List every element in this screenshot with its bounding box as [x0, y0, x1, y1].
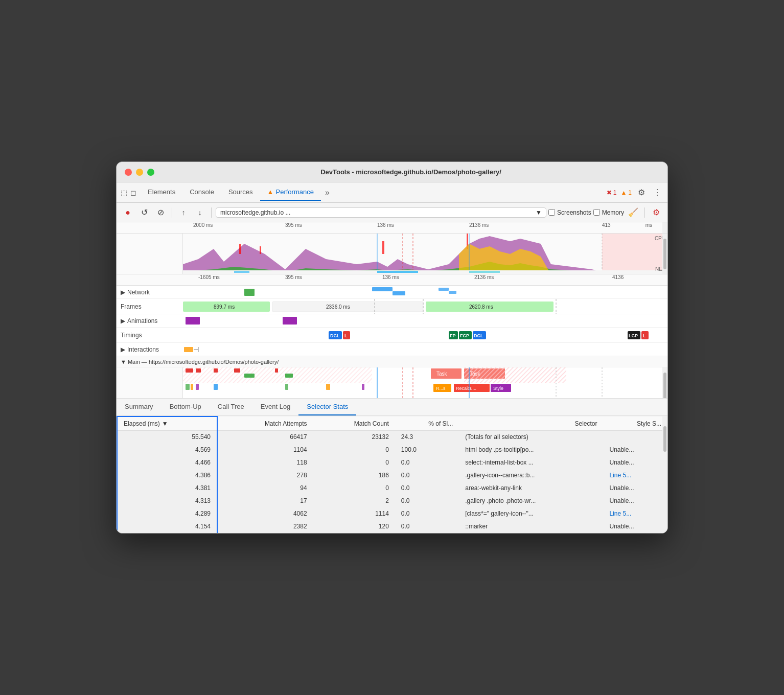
main-scroll-track[interactable]: [662, 367, 667, 398]
network-expand-icon[interactable]: ▶: [121, 289, 125, 296]
match-attempts-cell: 94: [217, 482, 313, 495]
match-count-cell: 1114: [313, 507, 395, 520]
tab-performance[interactable]: ▲ Performance: [260, 184, 321, 201]
cursor-icon[interactable]: ⬚: [121, 189, 127, 197]
table-scroll-thumb[interactable]: [663, 426, 666, 452]
upload-icon: ↑: [182, 208, 186, 217]
tab-bottom-up[interactable]: Bottom-Up: [162, 399, 210, 415]
col-style-header[interactable]: Style S...: [604, 416, 667, 431]
tab-console[interactable]: Console: [182, 184, 221, 201]
match-attempts-cell: 2382: [217, 520, 313, 533]
elapsed-cell: 4.381: [117, 482, 217, 495]
maximize-button[interactable]: [147, 169, 154, 176]
selector-cell: .gallery .photo .photo-wr...: [459, 495, 603, 507]
elapsed-cell: 4.386: [117, 469, 217, 482]
bottom-tabs: Summary Bottom-Up Call Tree Event Log Se…: [117, 399, 667, 416]
refresh-icon: ↺: [141, 207, 148, 217]
col-selector-header[interactable]: Selector: [459, 416, 603, 431]
more-options-icon[interactable]: ⋮: [651, 186, 663, 199]
timings-row-label: Timings: [117, 332, 183, 339]
dropdown-icon: ▼: [536, 209, 542, 216]
refresh-button[interactable]: ↺: [137, 205, 151, 220]
animations-row: ▶ Animations: [117, 314, 667, 328]
close-button[interactable]: [125, 169, 132, 176]
col-elapsed-header[interactable]: Elapsed (ms) ▼: [117, 416, 217, 431]
svg-text:Task: Task: [436, 371, 448, 377]
record-button[interactable]: ●: [121, 205, 135, 220]
time-marker-395a: 395 ms: [285, 222, 302, 228]
svg-rect-63: [464, 367, 566, 383]
clear-button[interactable]: ⊘: [153, 205, 168, 220]
elapsed-cell: 4.313: [117, 495, 217, 507]
timings-row: Timings DCL L FP FCP DCL: [117, 328, 667, 343]
selector-stats-table: Elapsed (ms) ▼ Match Attempts Match Coun…: [117, 416, 667, 533]
tab-event-log[interactable]: Event Log: [252, 399, 299, 415]
upload-button[interactable]: ↑: [176, 205, 191, 220]
memory-checkbox[interactable]: [593, 209, 600, 216]
memory-checkbox-label[interactable]: Memory: [593, 209, 624, 216]
download-button[interactable]: ↓: [193, 205, 207, 220]
pct-cell: 24.3: [395, 431, 459, 444]
timings-row-content: DCL L FP FCP DCL LCP: [183, 328, 667, 342]
pct-cell: 100.0: [395, 444, 459, 456]
tab-selector-stats[interactable]: Selector Stats: [298, 399, 356, 415]
inspect-icon[interactable]: ◻: [130, 189, 136, 197]
interactions-expand-icon[interactable]: ▶: [121, 346, 125, 353]
col-pct-header[interactable]: % of Sl...: [395, 416, 459, 431]
svg-rect-21: [449, 291, 456, 294]
svg-rect-12: [602, 234, 662, 274]
svg-rect-19: [393, 291, 405, 295]
settings-icon[interactable]: ⚙: [636, 186, 647, 199]
svg-rect-18: [372, 287, 393, 291]
col-match-attempts-header[interactable]: Match Attempts: [217, 416, 313, 431]
col-match-count-header[interactable]: Match Count: [313, 416, 395, 431]
screenshots-checkbox-label[interactable]: Screenshots: [548, 209, 591, 216]
main-header-row: ▼ Main — https://microsoftedge.github.io…: [117, 356, 667, 367]
main-scroll-thumb[interactable]: [663, 373, 666, 398]
match-attempts-cell: 278: [217, 469, 313, 482]
style-s-cell: Unable...: [604, 495, 667, 507]
tab-more-button[interactable]: »: [321, 186, 334, 199]
overview-graphs: CPU NET: [117, 234, 667, 274]
performance-area: 2000 ms 395 ms 136 ms 2136 ms 413 ms: [117, 222, 667, 399]
perf-settings-button[interactable]: ⚙: [649, 205, 663, 220]
window-title: DevTools - microsoftedge.github.io/Demos…: [163, 168, 659, 176]
svg-rect-2: [239, 244, 241, 254]
interactions-row-label[interactable]: ▶ Interactions: [117, 346, 183, 353]
style-link[interactable]: Line 5...: [610, 472, 632, 479]
flame-chart-svg: Task Task R...s Recalcu... Style: [183, 367, 662, 398]
style-s-cell: [604, 431, 667, 444]
selector-cell: (Totals for all selectors): [459, 431, 603, 444]
separator3: [644, 207, 645, 218]
selector-cell: area:-webkit-any-link: [459, 482, 603, 495]
error-icon: ✖: [607, 189, 612, 196]
marker-395b: 395 ms: [285, 274, 302, 280]
broom-button[interactable]: 🧹: [626, 205, 640, 220]
sort-asc-icon[interactable]: ▼: [162, 420, 168, 427]
svg-text:Style: Style: [493, 386, 503, 391]
selector-cell: ::marker: [459, 520, 603, 533]
svg-text:2336.0 ms: 2336.0 ms: [326, 304, 350, 310]
main-row-label[interactable]: ▼ Main — https://microsoftedge.github.io…: [117, 359, 279, 365]
svg-rect-56: [275, 368, 278, 373]
tab-sources[interactable]: Sources: [221, 184, 260, 201]
tab-summary[interactable]: Summary: [117, 399, 162, 415]
tab-call-tree[interactable]: Call Tree: [210, 399, 252, 415]
match-count-cell: 0: [313, 456, 395, 469]
network-row-label[interactable]: ▶ Network: [117, 289, 183, 296]
minimize-button[interactable]: [136, 169, 143, 176]
frames-row-content: 899.7 ms 2336.0 ms 2620.8 ms: [183, 299, 667, 314]
style-link[interactable]: Line 5...: [610, 510, 632, 517]
url-display[interactable]: microsoftedge.github.io ... ▼: [216, 207, 546, 218]
pct-cell: 0.0: [395, 495, 459, 507]
svg-text:899.7 ms: 899.7 ms: [214, 304, 235, 310]
animations-expand-icon[interactable]: ▶: [121, 317, 125, 325]
selector-cell: [class*=" gallery-icon--"...: [459, 507, 603, 520]
animations-row-label[interactable]: ▶ Animations: [117, 317, 183, 325]
screenshots-checkbox[interactable]: [548, 209, 555, 216]
pct-cell: 0.0: [395, 520, 459, 533]
svg-text:2620.8 ms: 2620.8 ms: [469, 304, 493, 310]
tab-elements[interactable]: Elements: [141, 184, 182, 201]
table-scroll-track[interactable]: [662, 416, 667, 533]
svg-rect-70: [186, 384, 190, 390]
